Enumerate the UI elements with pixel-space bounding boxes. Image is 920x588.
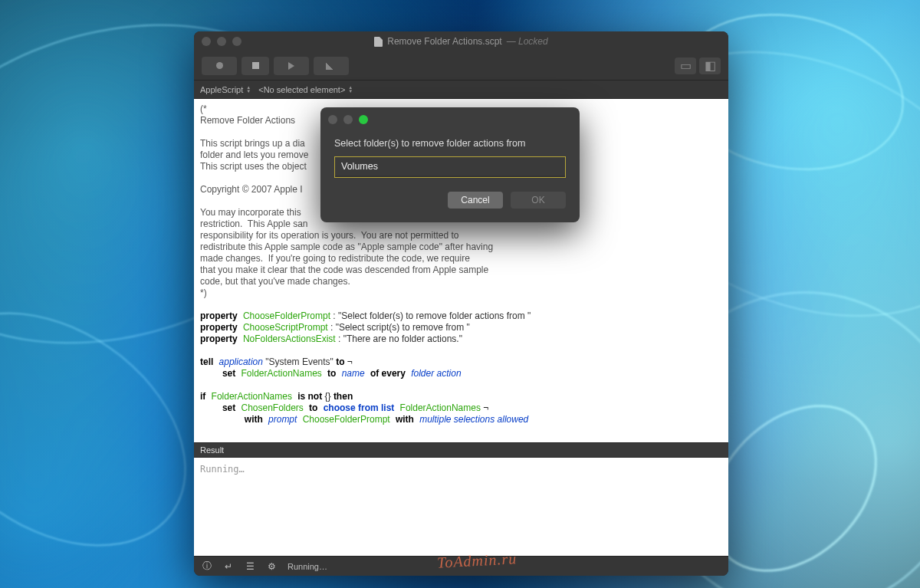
- result-body: Running…: [194, 458, 728, 556]
- dialog-minimize-icon[interactable]: [343, 115, 353, 124]
- dialog-listbox[interactable]: Volumes: [334, 156, 566, 178]
- result-header[interactable]: Result: [194, 442, 728, 458]
- navigation-bar: AppleScript ▲▼ <No selected element> ▲▼: [194, 80, 728, 99]
- toolbar: ▭ ◧: [194, 51, 728, 80]
- view-mode-b-button[interactable]: ◧: [699, 57, 721, 74]
- element-label: <No selected element>: [258, 85, 345, 94]
- titlebar[interactable]: Remove Folder Actions.scpt — Locked: [194, 31, 728, 51]
- choose-folder-dialog: Select folder(s) to remove folder action…: [320, 107, 580, 222]
- compile-button[interactable]: [314, 57, 349, 75]
- updown-icon: ▲▼: [348, 86, 353, 94]
- return-icon[interactable]: ↵: [223, 561, 234, 572]
- cancel-button[interactable]: Cancel: [448, 192, 503, 209]
- status-text: Running…: [288, 562, 327, 571]
- language-dropdown[interactable]: AppleScript ▲▼: [200, 85, 251, 94]
- stop-button[interactable]: [242, 57, 269, 75]
- dialog-close-icon[interactable]: [328, 115, 337, 124]
- dialog-prompt: Select folder(s) to remove folder action…: [334, 138, 566, 149]
- record-button[interactable]: [202, 57, 237, 75]
- list-icon[interactable]: ☰: [245, 561, 255, 572]
- list-item[interactable]: Volumes: [335, 157, 565, 176]
- gear-icon[interactable]: ⚙: [266, 561, 277, 572]
- filename-label: Remove Folder Actions.scpt: [387, 36, 501, 47]
- updown-icon: ▲▼: [246, 86, 251, 94]
- dialog-zoom-icon[interactable]: [359, 115, 368, 124]
- locked-label: — Locked: [507, 36, 548, 47]
- run-button[interactable]: [274, 57, 309, 75]
- language-label: AppleScript: [200, 85, 243, 94]
- window-title: Remove Folder Actions.scpt — Locked: [194, 36, 728, 47]
- info-icon[interactable]: ⓘ: [202, 561, 212, 572]
- document-icon: [374, 37, 383, 47]
- ok-button[interactable]: OK: [511, 192, 566, 209]
- element-dropdown[interactable]: <No selected element> ▲▼: [258, 85, 353, 94]
- view-mode-a-button[interactable]: ▭: [675, 57, 696, 74]
